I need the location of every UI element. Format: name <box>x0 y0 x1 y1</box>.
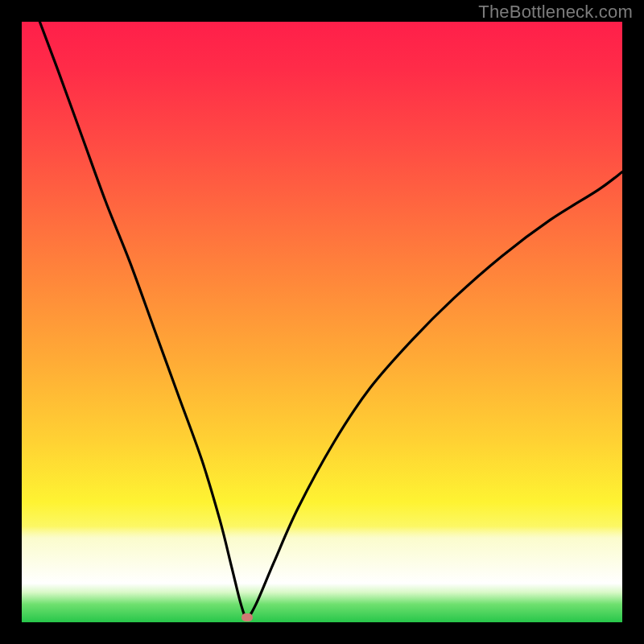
watermark-label: TheBottleneck.com <box>478 2 633 23</box>
bottleneck-curve <box>22 22 622 622</box>
minimum-marker <box>242 613 253 621</box>
chart-frame: TheBottleneck.com <box>0 0 644 644</box>
plot-area <box>22 22 622 622</box>
